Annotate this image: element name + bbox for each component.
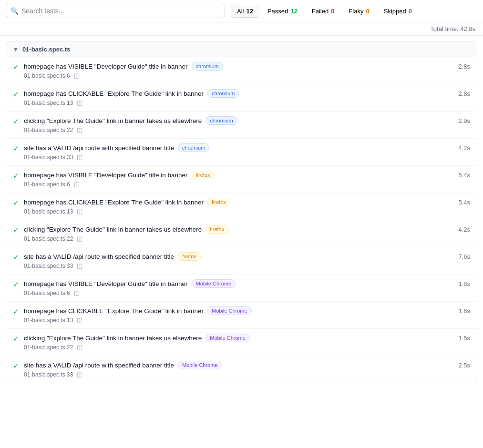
- grid-icon[interactable]: ◫: [74, 181, 80, 188]
- table-row[interactable]: ✓ homepage has CLICKABLE "Explore The Gu…: [6, 302, 477, 329]
- test-time: 4.2s: [458, 226, 470, 233]
- grid-icon[interactable]: ◫: [77, 316, 82, 324]
- browser-badge: Mobile Chrome: [206, 334, 250, 342]
- test-title-row: homepage has CLICKABLE "Explore The Guid…: [24, 306, 453, 315]
- test-title: homepage has CLICKABLE "Explore The Guid…: [24, 307, 204, 315]
- filter-tabs: All 12 Passed 12 Failed 0 Flaky 0 Skippe…: [231, 5, 418, 18]
- test-time: 1.8s: [458, 280, 470, 287]
- test-content: site has a VALID /api route with specifi…: [24, 361, 453, 378]
- test-time: 7.6s: [458, 253, 470, 260]
- test-title: clicking "Explore The Guide" link in ban…: [24, 335, 202, 342]
- browser-badge: Mobile Chrome: [192, 279, 236, 288]
- test-meta: 01-basic.spec.ts:33 ◫: [24, 153, 453, 161]
- test-title: homepage has CLICKABLE "Explore The Guid…: [24, 90, 204, 97]
- test-content: site has a VALID /api route with specifi…: [24, 143, 453, 161]
- grid-icon[interactable]: ◫: [77, 99, 82, 106]
- pass-icon: ✓: [13, 307, 19, 316]
- test-time: 2.9s: [458, 117, 470, 124]
- table-row[interactable]: ✓ site has a VALID /api route with speci…: [6, 247, 477, 275]
- test-title-row: homepage has VISIBLE "Developer Guide" t…: [24, 279, 453, 288]
- filter-passed-label: Passed: [267, 8, 288, 15]
- table-row[interactable]: ✓ clicking "Explore The Guide" link in b…: [6, 112, 477, 139]
- table-row[interactable]: ✓ homepage has VISIBLE "Developer Guide"…: [6, 166, 477, 193]
- test-content: homepage has VISIBLE "Developer Guide" t…: [24, 62, 453, 79]
- test-time: 2.5s: [458, 362, 470, 369]
- spec-group: ▼ 01-basic.spec.ts ✓ homepage has VISIBL…: [6, 41, 477, 383]
- test-meta: 01-basic.spec.ts:13 ◫: [24, 316, 453, 324]
- table-row[interactable]: ✓ homepage has CLICKABLE "Explore The Gu…: [6, 84, 477, 112]
- grid-icon[interactable]: ◫: [77, 235, 82, 242]
- browser-badge: Mobile Chrome: [207, 306, 252, 315]
- pass-icon: ✓: [13, 335, 19, 343]
- total-time: Total time: 42.8s: [0, 22, 483, 36]
- filter-passed[interactable]: Passed 12: [261, 5, 304, 18]
- test-title-row: site has a VALID /api route with specifi…: [24, 252, 453, 261]
- test-file: 01-basic.spec.ts:33: [24, 154, 73, 161]
- browser-badge: chromium: [192, 62, 223, 71]
- pass-icon: ✓: [13, 63, 19, 71]
- test-content: homepage has CLICKABLE "Explore The Guid…: [24, 198, 453, 215]
- browser-badge: firefox: [192, 171, 215, 179]
- grid-icon[interactable]: ◫: [77, 153, 82, 161]
- test-time: 5.4s: [458, 199, 470, 206]
- grid-icon[interactable]: ◫: [74, 289, 80, 296]
- test-title-row: homepage has CLICKABLE "Explore The Guid…: [24, 89, 453, 98]
- grid-icon[interactable]: ◫: [77, 262, 82, 269]
- grid-icon[interactable]: ◫: [77, 208, 82, 215]
- filter-all[interactable]: All 12: [231, 5, 259, 18]
- browser-badge: firefox: [178, 252, 201, 261]
- test-file: 01-basic.spec.ts:13: [24, 208, 73, 215]
- pass-icon: ✓: [13, 90, 19, 99]
- test-meta: 01-basic.spec.ts:6 ◫: [24, 289, 453, 296]
- test-content: clicking "Explore The Guide" link in ban…: [24, 116, 453, 133]
- top-bar: 🔍 All 12 Passed 12 Failed 0 Flaky 0 Skip…: [0, 0, 483, 22]
- test-meta: 01-basic.spec.ts:6 ◫: [24, 72, 453, 79]
- spec-header[interactable]: ▼ 01-basic.spec.ts: [6, 42, 477, 57]
- pass-icon: ✓: [13, 253, 19, 262]
- grid-icon[interactable]: ◫: [77, 344, 82, 351]
- test-title: site has a VALID /api route with specifi…: [24, 362, 174, 369]
- browser-badge: chromium: [207, 89, 239, 98]
- test-title-row: homepage has VISIBLE "Developer Guide" t…: [24, 171, 453, 179]
- table-row[interactable]: ✓ clicking "Explore The Guide" link in b…: [6, 220, 477, 247]
- grid-icon[interactable]: ◫: [77, 126, 82, 133]
- browser-badge: Mobile Chrome: [178, 361, 222, 369]
- filter-failed[interactable]: Failed 0: [306, 5, 341, 18]
- test-file: 01-basic.spec.ts:6: [24, 181, 70, 188]
- table-row[interactable]: ✓ homepage has VISIBLE "Developer Guide"…: [6, 275, 477, 302]
- test-content: clicking "Explore The Guide" link in ban…: [24, 334, 453, 351]
- table-row[interactable]: ✓ clicking "Explore The Guide" link in b…: [6, 329, 477, 356]
- pass-icon: ✓: [13, 144, 19, 153]
- test-title-row: site has a VALID /api route with specifi…: [24, 361, 453, 369]
- grid-icon[interactable]: ◫: [74, 72, 80, 79]
- test-file: 01-basic.spec.ts:22: [24, 127, 73, 133]
- filter-skipped[interactable]: Skipped 0: [378, 5, 418, 18]
- grid-icon[interactable]: ◫: [77, 371, 82, 378]
- test-meta: 01-basic.spec.ts:33 ◫: [24, 371, 453, 378]
- filter-skipped-count: 0: [409, 8, 412, 15]
- table-row[interactable]: ✓ homepage has VISIBLE "Developer Guide"…: [6, 57, 477, 84]
- search-icon: 🔍: [10, 7, 19, 15]
- test-title-row: homepage has CLICKABLE "Explore The Guid…: [24, 198, 453, 206]
- test-title: clicking "Explore The Guide" link in ban…: [24, 226, 202, 233]
- test-title: homepage has VISIBLE "Developer Guide" t…: [24, 280, 188, 287]
- table-row[interactable]: ✓ site has a VALID /api route with speci…: [6, 356, 477, 383]
- pass-icon: ✓: [13, 117, 19, 126]
- test-file: 01-basic.spec.ts:22: [24, 235, 73, 242]
- pass-icon: ✓: [13, 172, 19, 180]
- filter-passed-count: 12: [290, 8, 297, 15]
- browser-badge: chromium: [178, 143, 209, 152]
- test-meta: 01-basic.spec.ts:22 ◫: [24, 235, 453, 242]
- table-row[interactable]: ✓ site has a VALID /api route with speci…: [6, 139, 477, 166]
- test-title-row: site has a VALID /api route with specifi…: [24, 143, 453, 152]
- test-title: homepage has VISIBLE "Developer Guide" t…: [24, 172, 188, 179]
- spec-file-label: 01-basic.spec.ts: [22, 46, 70, 53]
- search-input[interactable]: [6, 4, 225, 18]
- browser-badge: firefox: [207, 198, 230, 206]
- test-file: 01-basic.spec.ts:6: [24, 72, 70, 79]
- filter-failed-count: 0: [331, 8, 334, 15]
- table-row[interactable]: ✓ homepage has CLICKABLE "Explore The Gu…: [6, 193, 477, 220]
- filter-flaky[interactable]: Flaky 0: [342, 5, 375, 18]
- test-time: 2.8s: [458, 63, 470, 70]
- test-title: clicking "Explore The Guide" link in ban…: [24, 117, 202, 124]
